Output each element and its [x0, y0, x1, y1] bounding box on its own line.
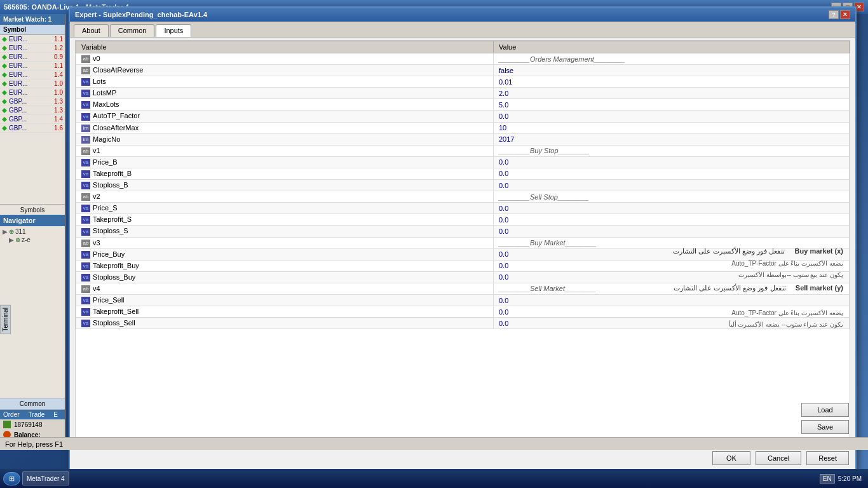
dialog-close-button[interactable]: ✕ — [840, 10, 850, 19]
variable-name: MaxLots — [93, 100, 119, 108]
svg-marker-3 — [2, 64, 7, 69]
variable-name: CloseAfterMax — [93, 124, 139, 132]
variable-cell: abCloseAtReverse — [76, 65, 494, 76]
list-item[interactable]: EUR... 0.9 — [0, 53, 65, 62]
variable-name: Stoploss_Sell — [93, 319, 135, 327]
value-cell[interactable]: ________Orders Management________ — [494, 53, 850, 65]
value-cell[interactable]: 0.0 — [494, 168, 850, 179]
table-row[interactable]: imCloseAfterMax10 — [76, 122, 850, 133]
table-row[interactable]: vaAutoTP_Factor0.0 — [76, 111, 850, 122]
cancel-button[interactable]: Cancel — [756, 451, 801, 465]
value-cell[interactable]: 2.0 — [494, 88, 850, 99]
table-row[interactable]: vaPrice_Sell0.0 — [76, 294, 850, 306]
table-row[interactable]: abv0________Orders Management________ — [76, 53, 850, 65]
value-cell[interactable]: 0.0 — [494, 156, 850, 168]
variable-cell: vaTakeprofit_B — [76, 168, 494, 179]
start-button[interactable]: ⊞ — [3, 472, 20, 485]
buy-market-label: Buy market (x) — [795, 247, 843, 255]
list-item[interactable]: EUR... 1.4 — [0, 71, 65, 79]
variable-cell: vaTakeprofit_Sell — [76, 306, 494, 318]
value-cell[interactable]: false — [494, 65, 850, 76]
symbols-button[interactable]: Symbols — [0, 204, 65, 215]
common-tab-button[interactable]: Common — [0, 398, 65, 409]
row-type-icon: va — [81, 262, 90, 270]
tab-common[interactable]: Common — [110, 24, 155, 37]
market-watch-header: Market Watch: 1 — [0, 14, 65, 25]
svg-marker-1 — [2, 46, 7, 51]
row-type-icon: va — [81, 216, 90, 224]
row-type-icon: ab — [81, 193, 90, 201]
list-item[interactable]: GBP... 1.3 — [0, 97, 65, 106]
list-item[interactable]: EUR... 1.0 — [0, 88, 65, 97]
list-item[interactable]: GBP... 1.4 — [0, 115, 65, 124]
value-cell[interactable]: ________Sell Stop________ — [494, 191, 850, 203]
value-cell[interactable]: ________Buy Stop________ — [494, 145, 850, 156]
tab-inputs[interactable]: Inputs — [156, 24, 191, 37]
table-row[interactable]: vaPrice_S0.0 — [76, 203, 850, 214]
tab-about[interactable]: About — [74, 24, 109, 37]
table-row[interactable]: vaLots0.01 — [76, 76, 850, 88]
table-row[interactable]: vaTakeprofit_B0.0 — [76, 168, 850, 179]
trade-tab[interactable]: Trade — [29, 411, 45, 418]
nav-item-ze[interactable]: ▶ ⊕ z-e — [1, 236, 64, 244]
value-cell[interactable]: 0.0 — [494, 203, 850, 214]
variable-cell: abv2 — [76, 191, 494, 203]
save-button[interactable]: Save — [801, 420, 849, 434]
table-row[interactable]: vaLotsMP2.0 — [76, 88, 850, 99]
variable-cell: vaPrice_Sell — [76, 294, 494, 306]
value-cell[interactable]: 10 — [494, 122, 850, 133]
row-type-icon: va — [81, 78, 90, 86]
ok-button[interactable]: OK — [712, 451, 750, 465]
sell-market-desc: تتفعل فور وضع الأكسبرت على التشارت — [674, 284, 785, 292]
load-button[interactable]: Load — [801, 403, 849, 417]
dialog-help-button[interactable]: ? — [829, 10, 839, 19]
table-row[interactable]: vaStoploss_S0.0 — [76, 226, 850, 237]
row-type-icon: im — [81, 136, 90, 144]
symbol-label: Symbol — [3, 26, 26, 33]
row-type-icon: va — [81, 251, 90, 259]
table-row[interactable]: vaMaxLots5.0 — [76, 99, 850, 111]
table-row[interactable]: vaPrice_B0.0 — [76, 156, 850, 168]
value-cell[interactable]: 5.0 — [494, 99, 850, 111]
value-cell[interactable]: 0.0 — [494, 294, 850, 306]
table-row[interactable]: abv2________Sell Stop________ — [76, 191, 850, 203]
value-cell[interactable]: 0.01 — [494, 76, 850, 88]
variable-cell: vaPrice_S — [76, 203, 494, 214]
order-tab[interactable]: Order — [3, 411, 20, 418]
stoploss-sell-hint: يكون عند شراء ستوب-- يضعه الأكسبرت أليأ — [729, 321, 843, 328]
variable-name: Stoploss_S — [93, 227, 128, 234]
nav-item-311[interactable]: ▶ ⊕ 311 — [1, 227, 64, 236]
table-row[interactable]: imMagicNo2017 — [76, 133, 850, 145]
reset-button[interactable]: Reset — [806, 451, 849, 465]
svg-marker-6 — [2, 90, 7, 95]
value-cell[interactable]: 2017 — [494, 133, 850, 145]
variable-cell: vaStoploss_Buy — [76, 271, 494, 283]
table-row[interactable]: abCloseAtReversefalse — [76, 65, 850, 76]
language-button[interactable]: EN — [820, 474, 835, 484]
variable-name: Takeprofit_S — [93, 215, 132, 223]
variable-name: Price_Buy — [93, 250, 125, 258]
row-type-icon: va — [81, 228, 90, 236]
takeprofit-sell-hint: يضعه الأكسبرت بناءً على Auto_TP-Factor — [731, 309, 843, 316]
list-item[interactable]: EUR... 1.2 — [0, 44, 65, 53]
table-row[interactable]: vaStoploss_B0.0 — [76, 180, 850, 191]
row-type-icon: ab — [81, 147, 90, 155]
list-item[interactable]: GBP... 1.3 — [0, 106, 65, 115]
taskbar-mt4[interactable]: MetaTrader 4 — [22, 471, 69, 485]
table-row[interactable]: abv1________Buy Stop________ — [76, 145, 850, 156]
inputs-table-container: Variable Value abv0________Orders Manage… — [75, 40, 850, 444]
list-item[interactable]: EUR... 1.1 — [0, 62, 65, 71]
list-item[interactable]: EUR... 1.0 — [0, 79, 65, 88]
value-cell[interactable]: 0.0 — [494, 180, 850, 191]
table-row[interactable]: vaStoploss_Buy0.0 — [76, 271, 850, 283]
list-item[interactable]: GBP... 1.6 — [0, 124, 65, 133]
variable-name: Stoploss_Buy — [93, 273, 135, 281]
value-cell[interactable]: 0.0 — [494, 226, 850, 237]
e-tab[interactable]: E — [53, 411, 58, 418]
list-item[interactable]: EUR... 1.1 — [0, 35, 65, 44]
table-row[interactable]: vaTakeprofit_S0.0 — [76, 214, 850, 226]
terminal-tab[interactable]: Terminal — [0, 305, 11, 334]
row-type-icon: va — [81, 90, 90, 97]
value-cell[interactable]: 0.0 — [494, 111, 850, 122]
value-cell[interactable]: 0.0 — [494, 214, 850, 226]
